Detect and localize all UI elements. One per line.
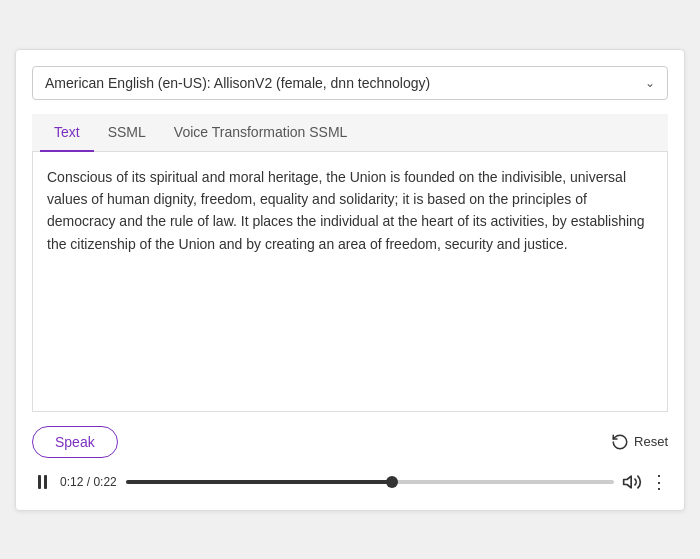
audio-player: 0:12 / 0:22 ⋮ [32,466,668,494]
action-row: Speak Reset [32,426,668,458]
tab-text[interactable]: Text [40,114,94,152]
progress-fill [126,480,392,484]
progress-bar[interactable] [126,480,614,484]
total-time: 0:22 [93,475,116,489]
current-time: 0:12 [60,475,83,489]
main-container: American English (en-US): AllisonV2 (fem… [15,49,685,511]
tab-ssml[interactable]: SSML [94,114,160,152]
reset-icon [611,433,629,451]
time-display: 0:12 / 0:22 [60,475,118,489]
svg-marker-0 [624,476,632,488]
text-input[interactable] [33,152,667,411]
voice-dropdown-label: American English (en-US): AllisonV2 (fem… [45,75,430,91]
pause-button[interactable] [32,472,52,492]
text-area-container [32,152,668,412]
reset-group[interactable]: Reset [611,433,668,451]
pause-icon [38,475,47,489]
volume-icon[interactable] [622,472,642,492]
reset-label: Reset [634,434,668,449]
voice-dropdown[interactable]: American English (en-US): AllisonV2 (fem… [32,66,668,100]
more-options-icon[interactable]: ⋮ [650,473,668,491]
progress-thumb[interactable] [386,476,398,488]
speak-button[interactable]: Speak [32,426,118,458]
tab-voice-transformation-ssml[interactable]: Voice Transformation SSML [160,114,362,152]
tabs-bar: Text SSML Voice Transformation SSML [32,114,668,152]
chevron-down-icon: ⌄ [645,76,655,90]
